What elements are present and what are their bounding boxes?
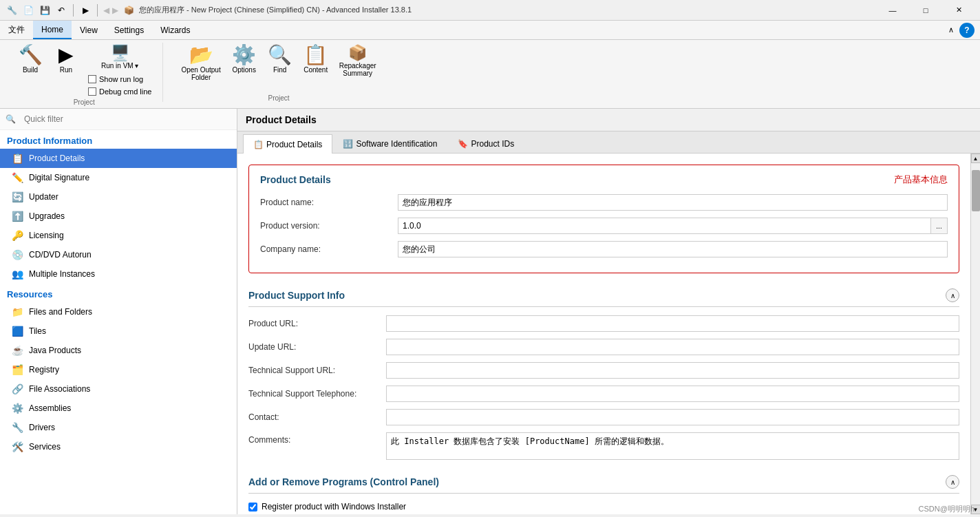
update-url-input[interactable] xyxy=(386,339,959,355)
forward-arrow[interactable]: ▶ xyxy=(112,6,118,15)
add-remove-programs-section: Add or Remove Programs (Control Panel) ∧… xyxy=(248,471,959,514)
tabs-bar: 📋 Product Details 🔢 Software Identificat… xyxy=(237,131,980,154)
product-version-browse-btn[interactable]: ... xyxy=(931,218,948,234)
product-version-input[interactable] xyxy=(398,218,931,234)
sidebar-item-product-details[interactable]: 📋 Product Details xyxy=(0,149,237,168)
project-icon: 📦 xyxy=(122,4,135,17)
new-icon[interactable]: 📄 xyxy=(22,4,34,17)
repackager-button[interactable]: 📦 RepackagerSummary xyxy=(335,43,381,80)
menu-settings[interactable]: Settings xyxy=(106,21,152,39)
run-button[interactable]: ▶ Run xyxy=(50,43,83,76)
app-icon: 🔧 xyxy=(6,4,18,17)
minimize-button[interactable]: — xyxy=(877,0,908,21)
close-button[interactable]: ✕ xyxy=(943,0,974,21)
debug-cmd-line-btn[interactable]: Debug cmd line xyxy=(85,86,154,97)
build-quick-icon[interactable]: ▶ xyxy=(79,4,92,17)
product-version-row: Product version: ... xyxy=(260,218,948,234)
comments-label: Comments: xyxy=(248,432,386,445)
product-information-section-title: Product Information xyxy=(0,130,237,149)
sidebar-item-tiles[interactable]: 🟦 Tiles xyxy=(0,321,237,341)
product-ids-tab-icon: 🔖 xyxy=(458,139,468,149)
product-url-row: Product URL: xyxy=(248,315,959,332)
menu-wizards[interactable]: Wizards xyxy=(152,21,198,39)
product-details-tab-icon: 📋 xyxy=(253,140,264,149)
product-support-collapse-btn[interactable]: ∧ xyxy=(946,288,959,302)
updater-icon: 🔄 xyxy=(11,191,23,203)
build-button[interactable]: 🔨 Build xyxy=(14,43,47,76)
sidebar-item-files-folders[interactable]: 📁 Files and Folders xyxy=(0,302,237,321)
run-icon: ▶ xyxy=(58,45,74,65)
tiles-icon: 🟦 xyxy=(11,325,23,337)
register-product-checkbox[interactable] xyxy=(248,503,257,511)
sidebar: 🔍 Product Information 📋 Product Details … xyxy=(0,109,237,514)
save-icon[interactable]: 💾 xyxy=(39,4,51,17)
tech-support-tel-label: Technical Support Telephone: xyxy=(248,389,386,399)
content-area: Product Details 产品基本信息 Product name: Pro… xyxy=(237,154,970,514)
options-button[interactable]: ⚙️ Options xyxy=(228,43,261,76)
run-in-vm-button[interactable]: 🖥️ Run in VM ▾ xyxy=(85,43,154,72)
tech-support-url-input[interactable] xyxy=(386,362,959,379)
product-name-input[interactable] xyxy=(398,194,948,211)
undo-icon[interactable]: ↶ xyxy=(55,4,67,17)
panel-title: Product Details xyxy=(237,109,980,131)
menu-file[interactable]: 文件 xyxy=(0,21,33,39)
help-button[interactable]: ? xyxy=(959,23,974,38)
build-icon: 🔨 xyxy=(19,45,43,65)
content-button[interactable]: 📋 Content xyxy=(299,43,332,76)
content-icon: 📋 xyxy=(303,45,328,65)
ribbon-group-build-label: Project xyxy=(74,98,95,106)
product-details-icon: 📋 xyxy=(11,152,23,165)
sidebar-item-assemblies[interactable]: ⚙️ Assemblies xyxy=(0,399,237,418)
debug-cmd-line-checkbox[interactable] xyxy=(88,87,96,96)
product-url-input[interactable] xyxy=(386,315,959,332)
tab-software-identification[interactable]: 🔢 Software Identification xyxy=(332,134,447,153)
comments-row: Comments: 此 Installer 数据库包含了安装 [ProductN… xyxy=(248,432,959,460)
sidebar-item-registry[interactable]: 🗂️ Registry xyxy=(0,360,237,379)
quick-filter-input[interactable] xyxy=(20,113,231,125)
sidebar-item-multiple-instances[interactable]: 👥 Multiple Instances xyxy=(0,264,237,284)
scrollbar-track[interactable] xyxy=(971,163,980,505)
company-name-input[interactable] xyxy=(398,241,948,257)
update-url-label: Update URL: xyxy=(248,342,386,352)
digital-signature-icon: ✏️ xyxy=(11,171,23,184)
product-version-label: Product version: xyxy=(260,221,398,231)
product-name-row: Product name: xyxy=(260,194,948,211)
contact-input[interactable] xyxy=(386,409,959,425)
file-associations-icon: 🔗 xyxy=(11,383,23,395)
sidebar-item-digital-signature[interactable]: ✏️ Digital Signature xyxy=(0,168,237,187)
sidebar-item-cdautorun[interactable]: 💿 CD/DVD Autorun xyxy=(0,245,237,264)
sidebar-item-java-products[interactable]: ☕ Java Products xyxy=(0,341,237,360)
sidebar-item-licensing[interactable]: 🔑 Licensing xyxy=(0,226,237,245)
find-button[interactable]: 🔍 Find xyxy=(264,43,297,76)
sidebar-item-services[interactable]: 🛠️ Services xyxy=(0,437,237,456)
show-run-log-btn[interactable]: Show run log xyxy=(85,74,154,85)
title-bar: 🔧 📄 💾 ↶ ▶ ◀ ▶ 📦 您的应用程序 - New Project (Ch… xyxy=(0,0,980,21)
up-arrow-btn[interactable]: ∧ xyxy=(948,25,954,34)
open-output-folder-button[interactable]: 📂 Open OutputFolder xyxy=(177,43,224,84)
ribbon: 🔨 Build ▶ Run 🖥️ Run in VM ▾ Show run lo… xyxy=(0,40,980,109)
sidebar-item-updater[interactable]: 🔄 Updater xyxy=(0,187,237,207)
drivers-icon: 🔧 xyxy=(11,421,23,434)
tab-product-ids[interactable]: 🔖 Product IDs xyxy=(447,134,524,153)
menu-view[interactable]: View xyxy=(72,21,106,39)
back-arrow[interactable]: ◀ xyxy=(103,6,109,15)
menu-bar: 文件 Home View Settings Wizards ∧ ? xyxy=(0,21,980,40)
ribbon-group-output: 📂 Open OutputFolder ⚙️ Options 🔍 Find 📋 … xyxy=(169,43,388,102)
tab-product-details[interactable]: 📋 Product Details xyxy=(243,134,332,154)
cdautorun-icon: 💿 xyxy=(11,249,23,261)
add-remove-collapse-btn[interactable]: ∧ xyxy=(946,475,959,489)
comments-input[interactable]: 此 Installer 数据库包含了安装 [ProductName] 所需的逻辑… xyxy=(386,432,959,460)
product-name-label: Product name: xyxy=(260,198,398,207)
maximize-button[interactable]: □ xyxy=(910,0,941,21)
tech-support-tel-input[interactable] xyxy=(386,386,959,402)
menu-home[interactable]: Home xyxy=(33,21,72,39)
show-run-log-checkbox[interactable] xyxy=(88,75,96,83)
contact-row: Contact: xyxy=(248,409,959,425)
sidebar-item-file-associations[interactable]: 🔗 File Associations xyxy=(0,379,237,399)
product-support-title: Product Support Info xyxy=(248,290,345,301)
services-icon: 🛠️ xyxy=(11,441,23,453)
scrollbar-up-arrow[interactable]: ▲ xyxy=(971,154,981,163)
company-name-row: Company name: xyxy=(260,241,948,257)
sidebar-item-drivers[interactable]: 🔧 Drivers xyxy=(0,418,237,437)
sidebar-item-upgrades[interactable]: ⬆️ Upgrades xyxy=(0,207,237,226)
